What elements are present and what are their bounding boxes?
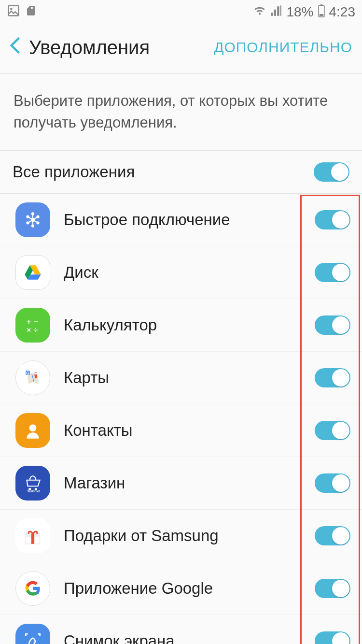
gifts-icon xyxy=(15,518,50,553)
svg-text:÷: ÷ xyxy=(34,326,38,334)
app-toggle[interactable] xyxy=(315,210,350,229)
svg-rect-33 xyxy=(31,534,34,544)
app-label: Снимок экрана xyxy=(64,632,315,644)
svg-rect-3 xyxy=(32,7,33,9)
maps-icon: G xyxy=(15,360,50,395)
app-toggle[interactable] xyxy=(315,631,350,644)
drive-icon xyxy=(15,255,50,290)
app-row-store[interactable]: SAMSUNG Магазин xyxy=(0,457,362,510)
screenshot-icon xyxy=(15,624,50,644)
calculator-icon: +−×÷ xyxy=(15,308,50,343)
svg-text:×: × xyxy=(27,326,31,334)
apps-list: Быстрое подключение Диск +−×÷ Калькулято… xyxy=(0,194,362,644)
all-apps-toggle[interactable] xyxy=(314,162,349,182)
app-toggle[interactable] xyxy=(315,263,350,282)
status-bar: 18% 4:23 xyxy=(0,0,362,24)
app-row-quick-connect[interactable]: Быстрое подключение xyxy=(0,194,362,246)
svg-rect-2 xyxy=(31,7,32,9)
all-apps-row[interactable]: Все приложения xyxy=(0,151,362,194)
app-label: Карты xyxy=(64,369,315,387)
battery-icon xyxy=(318,4,325,21)
app-label: Диск xyxy=(64,263,315,282)
all-apps-label: Все приложения xyxy=(13,163,135,181)
app-toggle[interactable] xyxy=(315,421,350,440)
app-label: Контакты xyxy=(64,421,315,440)
advanced-button[interactable]: ДОПОЛНИТЕЛЬНО xyxy=(214,39,352,56)
svg-text:G: G xyxy=(26,371,29,375)
battery-percent: 18% xyxy=(286,4,313,20)
status-time: 4:23 xyxy=(329,4,356,20)
svg-text:+: + xyxy=(27,318,31,326)
svg-point-1 xyxy=(10,8,13,10)
app-label: Магазин xyxy=(64,474,315,492)
app-row-google[interactable]: Приложение Google xyxy=(0,562,362,615)
back-button[interactable] xyxy=(10,36,29,59)
app-label: Приложение Google xyxy=(64,579,315,598)
store-icon: SAMSUNG xyxy=(15,466,50,501)
app-toggle[interactable] xyxy=(315,579,350,598)
svg-text:−: − xyxy=(34,318,38,326)
wifi-icon xyxy=(253,4,266,20)
app-toggle[interactable] xyxy=(315,526,350,545)
app-row-calculator[interactable]: +−×÷ Калькулятор xyxy=(0,299,362,352)
sd-card-icon xyxy=(25,4,37,21)
app-row-gifts[interactable]: Подарки от Samsung xyxy=(0,510,362,562)
quick-connect-icon xyxy=(15,202,50,237)
app-row-screenshot[interactable]: Снимок экрана xyxy=(0,615,362,644)
header: Уведомления ДОПОЛНИТЕЛЬНО xyxy=(0,24,362,74)
app-toggle[interactable] xyxy=(315,368,350,387)
app-toggle[interactable] xyxy=(315,473,350,493)
image-icon xyxy=(7,4,20,21)
app-label: Быстрое подключение xyxy=(64,211,315,229)
app-toggle[interactable] xyxy=(315,315,350,335)
app-row-contacts[interactable]: Контакты xyxy=(0,404,362,457)
svg-rect-5 xyxy=(320,4,322,5)
svg-point-27 xyxy=(29,424,37,431)
page-title: Уведомления xyxy=(29,37,150,58)
app-row-maps[interactable]: G Карты xyxy=(0,352,362,404)
app-row-drive[interactable]: Диск xyxy=(0,246,362,299)
svg-rect-6 xyxy=(319,14,323,16)
contacts-icon xyxy=(15,413,50,448)
google-icon xyxy=(15,571,50,606)
app-label: Калькулятор xyxy=(64,316,315,334)
svg-point-24 xyxy=(35,372,37,374)
instruction-text: Выберите приложения, от которых вы хотит… xyxy=(0,74,362,151)
signal-icon xyxy=(270,4,282,20)
app-label: Подарки от Samsung xyxy=(64,527,315,545)
svg-text:SAMSUNG: SAMSUNG xyxy=(27,490,40,493)
